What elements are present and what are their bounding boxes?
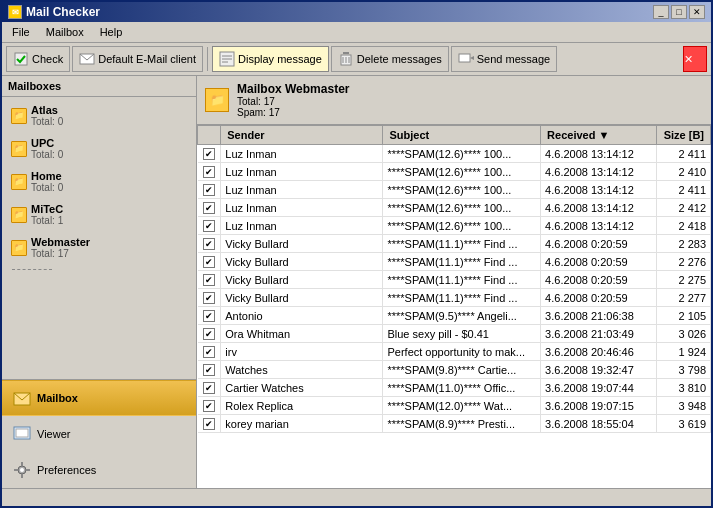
checkbox-15[interactable]: ✔ — [203, 418, 215, 430]
email-size-8: 2 277 — [657, 289, 711, 307]
email-size-2: 2 411 — [657, 181, 711, 199]
mailbox-total-webmaster: Total: 17 — [31, 248, 90, 259]
checkbox-14[interactable]: ✔ — [203, 400, 215, 412]
check-button[interactable]: Check — [6, 46, 70, 72]
col-header-received[interactable]: Received ▼ — [541, 126, 657, 145]
svg-marker-12 — [470, 56, 474, 60]
email-checkbox[interactable]: ✔ — [198, 307, 221, 325]
email-sender-3: Luz Inman — [221, 199, 383, 217]
table-row[interactable]: ✔ Vicky Bullard ****SPAM(11.1)**** Find … — [198, 235, 711, 253]
mailbox-item-home[interactable]: 📁 Home Total: 0 — [4, 165, 194, 198]
maximize-button[interactable]: □ — [671, 5, 687, 19]
checkbox-13[interactable]: ✔ — [203, 382, 215, 394]
checkbox-9[interactable]: ✔ — [203, 310, 215, 322]
table-row[interactable]: ✔ Vicky Bullard ****SPAM(11.1)**** Find … — [198, 253, 711, 271]
checkbox-11[interactable]: ✔ — [203, 346, 215, 358]
email-checkbox[interactable]: ✔ — [198, 145, 221, 163]
table-row[interactable]: ✔ Vicky Bullard ****SPAM(11.1)**** Find … — [198, 271, 711, 289]
col-header-check[interactable] — [198, 126, 221, 145]
window-title: Mail Checker — [26, 5, 100, 19]
nav-item-mailbox[interactable]: Mailbox — [2, 380, 196, 416]
checkbox-8[interactable]: ✔ — [203, 292, 215, 304]
menu-file[interactable]: File — [6, 24, 36, 40]
table-row[interactable]: ✔ Ora Whitman Blue sexy pill - $0.41 3.6… — [198, 325, 711, 343]
email-checkbox[interactable]: ✔ — [198, 343, 221, 361]
email-checkbox[interactable]: ✔ — [198, 397, 221, 415]
email-table-header: Sender Subject Received ▼ Size [B] — [198, 126, 711, 145]
nav-item-viewer[interactable]: Viewer — [2, 416, 196, 452]
email-checkbox[interactable]: ✔ — [198, 325, 221, 343]
table-row[interactable]: ✔ Luz Inman ****SPAM(12.6)**** 100... 4.… — [198, 217, 711, 235]
col-header-sender[interactable]: Sender — [221, 126, 383, 145]
email-checkbox[interactable]: ✔ — [198, 271, 221, 289]
menu-help[interactable]: Help — [94, 24, 129, 40]
checkbox-3[interactable]: ✔ — [203, 202, 215, 214]
checkbox-0[interactable]: ✔ — [203, 148, 215, 160]
checkbox-5[interactable]: ✔ — [203, 238, 215, 250]
mailbox-info-upc: UPC Total: 0 — [31, 137, 63, 160]
email-checkbox[interactable]: ✔ — [198, 361, 221, 379]
email-sender-4: Luz Inman — [221, 217, 383, 235]
mailbox-header-total: Total: 17 — [237, 96, 349, 107]
menu-mailbox[interactable]: Mailbox — [40, 24, 90, 40]
table-row[interactable]: ✔ Luz Inman ****SPAM(12.6)**** 100... 4.… — [198, 181, 711, 199]
mailbox-header: 📁 Mailbox Webmaster Total: 17 Spam: 17 — [197, 76, 711, 125]
email-checkbox[interactable]: ✔ — [198, 289, 221, 307]
send-message-button[interactable]: Send message — [451, 46, 557, 72]
email-checkbox[interactable]: ✔ — [198, 199, 221, 217]
mailbox-item-atlas[interactable]: 📁 Atlas Total: 0 — [4, 99, 194, 132]
checkbox-6[interactable]: ✔ — [203, 256, 215, 268]
email-checkbox[interactable]: ✔ — [198, 379, 221, 397]
delete-messages-button[interactable]: Delete messages — [331, 46, 449, 72]
table-row[interactable]: ✔ Cartier Watches ****SPAM(11.0)**** Off… — [198, 379, 711, 397]
mailbox-icon-upc: 📁 — [11, 141, 27, 157]
email-checkbox[interactable]: ✔ — [198, 181, 221, 199]
table-row[interactable]: ✔ Watches ****SPAM(9.8)**** Cartie... 3.… — [198, 361, 711, 379]
toolbar-close-button[interactable]: ✕ — [683, 46, 707, 72]
email-sender-9: Antonio — [221, 307, 383, 325]
sidebar-divider — [4, 266, 194, 272]
email-received-9: 3.6.2008 21:06:38 — [541, 307, 657, 325]
table-row[interactable]: ✔ Rolex Replica ****SPAM(12.0)**** Wat..… — [198, 397, 711, 415]
table-row[interactable]: ✔ Luz Inman ****SPAM(12.6)**** 100... 4.… — [198, 145, 711, 163]
minimize-button[interactable]: _ — [653, 5, 669, 19]
col-header-size[interactable]: Size [B] — [657, 126, 711, 145]
table-row[interactable]: ✔ Vicky Bullard ****SPAM(11.1)**** Find … — [198, 289, 711, 307]
checkbox-1[interactable]: ✔ — [203, 166, 215, 178]
email-checkbox[interactable]: ✔ — [198, 253, 221, 271]
col-header-subject[interactable]: Subject — [383, 126, 541, 145]
email-received-5: 4.6.2008 0:20:59 — [541, 235, 657, 253]
close-button[interactable]: ✕ — [689, 5, 705, 19]
table-row[interactable]: ✔ Luz Inman ****SPAM(12.6)**** 100... 4.… — [198, 199, 711, 217]
email-checkbox[interactable]: ✔ — [198, 235, 221, 253]
checkbox-12[interactable]: ✔ — [203, 364, 215, 376]
checkbox-4[interactable]: ✔ — [203, 220, 215, 232]
email-checkbox[interactable]: ✔ — [198, 415, 221, 433]
email-sender-5: Vicky Bullard — [221, 235, 383, 253]
display-message-button[interactable]: Display message — [212, 46, 329, 72]
mailbox-header-spam: Spam: 17 — [237, 107, 349, 118]
svg-rect-15 — [16, 429, 28, 437]
mailbox-name-upc: UPC — [31, 137, 63, 149]
default-email-button[interactable]: Default E-Mail client — [72, 46, 203, 72]
table-row[interactable]: ✔ korey marian ****SPAM(8.9)**** Presti.… — [198, 415, 711, 433]
checkbox-10[interactable]: ✔ — [203, 328, 215, 340]
mailbox-item-mitec[interactable]: 📁 MiTeC Total: 1 — [4, 198, 194, 231]
email-size-7: 2 275 — [657, 271, 711, 289]
checkbox-7[interactable]: ✔ — [203, 274, 215, 286]
email-subject-3: ****SPAM(12.6)**** 100... — [383, 199, 541, 217]
email-received-3: 4.6.2008 13:14:12 — [541, 199, 657, 217]
email-checkbox[interactable]: ✔ — [198, 163, 221, 181]
checkbox-2[interactable]: ✔ — [203, 184, 215, 196]
email-size-15: 3 619 — [657, 415, 711, 433]
table-row[interactable]: ✔ Luz Inman ****SPAM(12.6)**** 100... 4.… — [198, 163, 711, 181]
table-row[interactable]: ✔ Antonio ****SPAM(9.5)**** Angeli... 3.… — [198, 307, 711, 325]
email-sender-6: Vicky Bullard — [221, 253, 383, 271]
email-table-body: ✔ Luz Inman ****SPAM(12.6)**** 100... 4.… — [198, 145, 711, 433]
mailbox-item-webmaster[interactable]: 📁 Webmaster Total: 17 — [4, 231, 194, 264]
table-row[interactable]: ✔ irv Perfect opportunity to mak... 3.6.… — [198, 343, 711, 361]
email-received-8: 4.6.2008 0:20:59 — [541, 289, 657, 307]
email-checkbox[interactable]: ✔ — [198, 217, 221, 235]
nav-item-preferences[interactable]: Preferences — [2, 452, 196, 488]
mailbox-item-upc[interactable]: 📁 UPC Total: 0 — [4, 132, 194, 165]
